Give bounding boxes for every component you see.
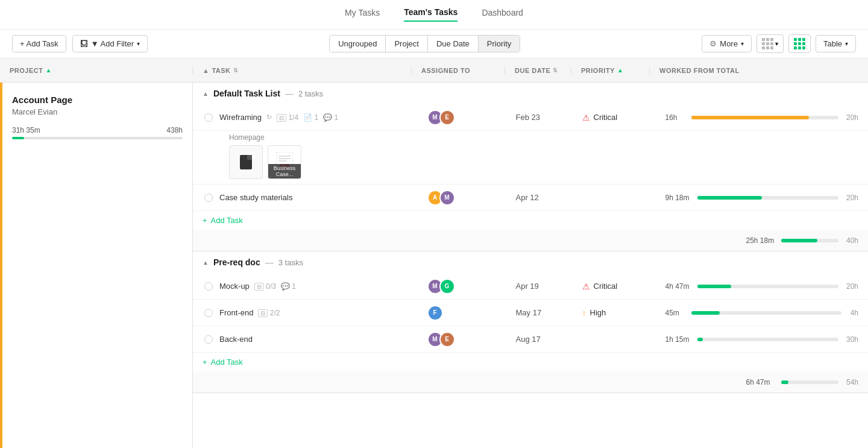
add-filter-button[interactable]: ⛾ ▼ Add Filter ▾ [72, 35, 148, 52]
project-sidebar: Account Page Marcel Evian 31h 35m 438h [0, 83, 193, 448]
table-button[interactable]: Table ▾ [816, 35, 856, 52]
task-row: Front-end ⊟ 2/2 F May 17 ↑ High [193, 300, 868, 326]
nav-my-tasks[interactable]: My Tasks [345, 8, 380, 21]
task-area: ▲ Default Task List — 2 tasks Wireframin… [193, 83, 868, 448]
chevron-down-icon: ▾ [741, 40, 744, 47]
task-worked-cell: 9h 18m 20h [656, 194, 869, 202]
group-project[interactable]: Project [386, 36, 427, 52]
section-separator: — [285, 89, 294, 98]
section-pre-req-doc: ▲ Pre-req doc — 3 tasks Mock-up ⊟ 0/3 [193, 251, 868, 393]
avatar: F [427, 305, 443, 321]
section-header-default: ▲ Default Task List — 2 tasks [193, 83, 868, 104]
task-meta: ⊟ 2/2 [258, 309, 280, 317]
task-priority-cell: ↑ High [577, 308, 656, 318]
th-priority: PRIORITY ▲ [571, 67, 650, 74]
task-checkbox[interactable] [204, 113, 213, 122]
task-name-cell: Back-end [215, 330, 418, 349]
svg-rect-2 [278, 158, 291, 159]
task-worked-cell: 4h 47m 20h [656, 282, 869, 291]
comment-icon: 💬 [281, 282, 290, 291]
task-meta: ↻ ⊟ 1/4 📄 1 💬 1 [266, 113, 338, 122]
project-worked-time: 31h 35m [12, 126, 40, 134]
summary-worked-1: 25h 18m 40h [737, 236, 869, 245]
summary-worked-time: 25h 18m [746, 236, 776, 245]
collapse-icon[interactable]: ▲ [203, 90, 209, 97]
gear-icon: ⚙ [709, 39, 717, 48]
attachment-label: Homepage [229, 133, 832, 142]
task-assigned-cell: A M [418, 190, 511, 206]
task-name[interactable]: Mock-up [219, 282, 250, 291]
chevron-down-icon: ▾ [137, 40, 140, 47]
task-priority-cell: ⚠ Critical [577, 113, 656, 122]
task-row: Mock-up ⊟ 0/3 💬 1 M G [193, 273, 868, 300]
group-ungrouped[interactable]: Ungrouped [330, 36, 386, 52]
priority-icon: ⚠ [582, 282, 590, 291]
group-due-date[interactable]: Due Date [428, 36, 479, 52]
task-name[interactable]: Case study materials [219, 193, 292, 202]
avatar: E [439, 332, 455, 347]
task-due-cell: Apr 12 [511, 193, 577, 202]
add-task-button[interactable]: + Add Task [12, 35, 66, 52]
table-view-icon[interactable] [788, 34, 811, 53]
subtask-icon: ⊟ [258, 309, 268, 317]
project-name: Account Page [12, 95, 183, 105]
sort-icon: ⇅ [553, 68, 558, 74]
worked-total: 30h [843, 335, 858, 344]
summary-total: 40h [843, 236, 858, 245]
more-button[interactable]: ⚙ More ▾ [702, 35, 752, 52]
priority-icon: ⚠ [582, 113, 590, 122]
task-priority-cell: ⚠ Critical [577, 282, 656, 291]
grid-view-button[interactable]: ▾ [756, 34, 784, 53]
priority-icon: ↑ [582, 308, 587, 318]
main-content: Account Page Marcel Evian 31h 35m 438h ▲… [0, 83, 868, 448]
subtask-icon: ⊟ [254, 283, 264, 291]
plus-icon: + [203, 216, 207, 225]
task-assigned-cell: F [418, 305, 511, 321]
attachment-thumb-2[interactable]: PDF Business Case... [268, 145, 301, 179]
nav-dashboard[interactable]: Dashboard [482, 8, 523, 21]
task-assigned-cell: M G [418, 279, 511, 294]
task-due-cell: Aug 17 [511, 335, 577, 344]
section-header-prereq: ▲ Pre-req doc — 3 tasks [193, 251, 868, 273]
worked-time: 16h [665, 113, 687, 122]
sort-icon: ▲ [45, 67, 51, 74]
subtask-meta: ⊟ 1/4 [277, 113, 298, 122]
task-checkbox[interactable] [204, 282, 213, 291]
plus-icon: + [203, 358, 207, 367]
collapse-all-icon[interactable]: ▲ [203, 67, 209, 74]
nav-teams-tasks[interactable]: Team's Tasks [404, 7, 458, 22]
avatar: M [439, 190, 455, 206]
comment-meta: 💬 1 [281, 282, 296, 291]
task-row: Wireframing ↻ ⊟ 1/4 📄 1 💬 [193, 104, 868, 131]
comment-icon: 💬 [323, 113, 332, 122]
top-nav: My Tasks Team's Tasks Dashboard [0, 0, 868, 30]
summary-row-1: 25h 18m 40h [193, 230, 868, 251]
attachment-area: Homepage [193, 131, 868, 185]
worked-time: 9h 18m [665, 194, 693, 202]
task-name[interactable]: Front-end [219, 308, 253, 317]
task-checkbox[interactable] [204, 335, 213, 344]
doc-icon: 📄 [303, 113, 312, 122]
worked-bar [697, 338, 839, 341]
chevron-down-icon: ▾ [845, 40, 848, 47]
chevron-down-icon: ▾ [775, 40, 778, 47]
add-task-row-2[interactable]: + Add Task [193, 353, 868, 371]
comment-meta: 💬 1 [323, 113, 338, 122]
task-name[interactable]: Wireframing [219, 113, 262, 122]
add-task-row-1[interactable]: + Add Task [193, 211, 868, 230]
summary-total: 54h [843, 378, 858, 386]
group-priority[interactable]: Priority [479, 36, 520, 52]
group-buttons: Ungrouped Project Due Date Priority [329, 35, 520, 52]
worked-time: 1h 15m [665, 335, 693, 344]
attachment-thumb-1[interactable] [229, 145, 263, 179]
task-checkbox[interactable] [204, 194, 213, 202]
task-name[interactable]: Back-end [219, 335, 253, 344]
worked-time: 4h 47m [665, 282, 693, 291]
attachment-tooltip: Business Case... [268, 164, 301, 178]
worked-bar [691, 311, 842, 315]
th-due-date: DUE DATE ⇅ [505, 67, 571, 74]
collapse-icon[interactable]: ▲ [203, 259, 209, 266]
section-default-task-list: ▲ Default Task List — 2 tasks Wireframin… [193, 83, 868, 251]
task-checkbox[interactable] [204, 309, 213, 317]
worked-bar [697, 196, 839, 200]
